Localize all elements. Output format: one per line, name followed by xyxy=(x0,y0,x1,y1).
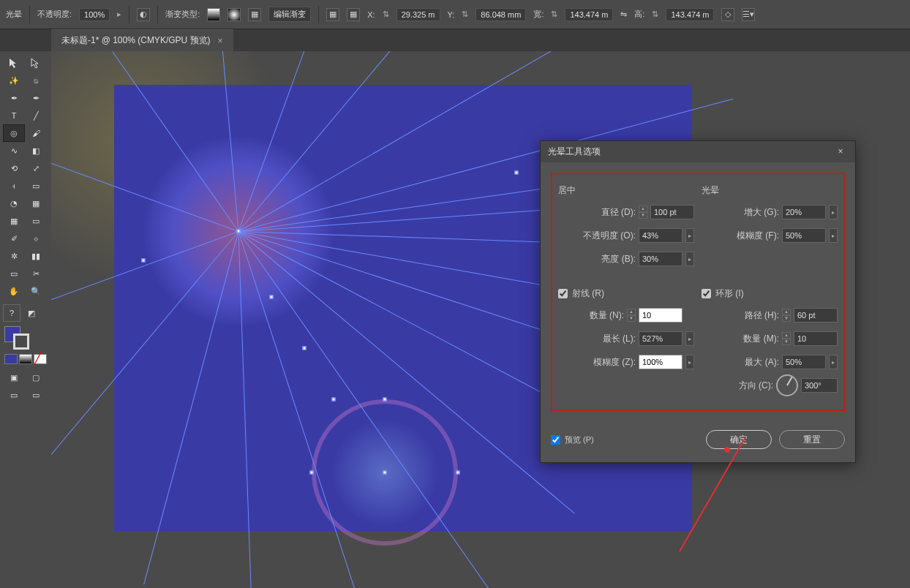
rotate-tool[interactable]: ⟲ xyxy=(3,159,25,177)
rays-checkbox[interactable] xyxy=(558,289,568,298)
rays-count-field[interactable] xyxy=(639,308,682,323)
center-opacity-dropdown[interactable]: ▸ xyxy=(685,228,694,243)
growth-field[interactable] xyxy=(782,205,826,219)
anchor-point[interactable] xyxy=(383,471,387,475)
brightness-dropdown[interactable]: ▸ xyxy=(685,252,694,266)
link-icon[interactable]: ⇋ xyxy=(620,10,627,19)
growth-dropdown[interactable]: ▸ xyxy=(829,205,838,219)
zoom-tool[interactable]: 🔍 xyxy=(25,282,47,300)
diameter-field[interactable] xyxy=(650,205,694,219)
rays-longest-field[interactable] xyxy=(639,331,682,346)
align-icon-1[interactable]: ▦ xyxy=(326,8,339,21)
gradient-tool[interactable]: ▭ xyxy=(25,212,47,230)
anchor-point[interactable] xyxy=(383,398,387,402)
line-tool[interactable]: ╱ xyxy=(25,107,47,124)
center-opacity-field[interactable] xyxy=(639,228,682,243)
artboard-tool[interactable]: ▭ xyxy=(3,265,25,282)
rings-largest-dropdown[interactable]: ▸ xyxy=(829,355,838,369)
y-value[interactable]: 86.048 mm xyxy=(475,8,526,21)
screen-mode-1[interactable]: ▣ xyxy=(3,369,25,386)
perspective-tool[interactable]: ▦ xyxy=(25,195,47,212)
preview-checkbox-label[interactable]: 预览 (P) xyxy=(551,434,594,445)
anchor-point[interactable] xyxy=(310,471,314,475)
rays-longest-dropdown[interactable]: ▸ xyxy=(685,331,694,346)
anchor-point[interactable] xyxy=(515,171,519,175)
preview-checkbox[interactable] xyxy=(551,435,560,445)
anchor-point[interactable] xyxy=(142,259,146,263)
anchor-point[interactable] xyxy=(270,295,274,299)
color-mode-swatch[interactable] xyxy=(4,354,18,364)
rays-fuzziness-field[interactable] xyxy=(639,355,682,369)
diameter-stepper[interactable]: ▲▼ xyxy=(639,206,647,219)
rays-group: 射线 (R) 数量 (N): ▲▼ 最长 (L): ▸ 模糊度 (Z): ▸ xyxy=(558,287,694,401)
symbol-sprayer-tool[interactable]: ✲ xyxy=(3,247,25,265)
column-graph-tool[interactable]: ▮▮ xyxy=(25,247,47,265)
opacity-value[interactable]: 100% xyxy=(79,8,110,21)
pen-tool[interactable]: ✒ xyxy=(3,89,25,107)
type-tool[interactable]: T xyxy=(3,107,25,124)
x-value[interactable]: 29.325 m xyxy=(396,8,440,21)
rings-largest-field[interactable] xyxy=(782,355,826,369)
close-icon[interactable]: × xyxy=(833,146,848,158)
halo-fuzziness-dropdown[interactable]: ▸ xyxy=(829,228,838,243)
selection-tool[interactable] xyxy=(3,54,25,72)
slice-tool[interactable]: ✂ xyxy=(25,265,47,282)
mesh-tool[interactable]: ▦ xyxy=(3,212,25,230)
gradient-radial-icon[interactable] xyxy=(228,8,241,21)
magic-wand-tool[interactable]: ✨ xyxy=(3,72,25,89)
rings-path-label: 路径 (H): xyxy=(745,309,779,322)
anchor-point[interactable] xyxy=(303,347,307,350)
anchor-point[interactable] xyxy=(456,471,460,475)
width-tool[interactable]: ⫞ xyxy=(3,177,25,195)
screen-mode-3[interactable]: ▭ xyxy=(3,386,25,404)
blend-tool[interactable]: ⟐ xyxy=(25,230,47,247)
anchor-point[interactable] xyxy=(332,398,336,402)
halo-fuzziness-field[interactable] xyxy=(782,228,826,243)
rings-path-stepper[interactable]: ▲▼ xyxy=(782,309,791,322)
help-button[interactable]: ? xyxy=(3,304,20,322)
rings-count-stepper[interactable]: ▲▼ xyxy=(782,332,791,345)
toggle-fill-stroke[interactable]: ◩ xyxy=(20,304,42,322)
gradient-linear-icon[interactable] xyxy=(207,8,220,21)
screen-mode-4[interactable]: ▭ xyxy=(25,386,47,404)
gradient-mode-swatch[interactable] xyxy=(19,354,32,364)
w-value[interactable]: 143.474 m xyxy=(565,8,613,21)
stroke-swatch[interactable] xyxy=(13,333,29,350)
curvature-tool[interactable]: ✒ xyxy=(25,89,47,107)
close-icon[interactable]: × xyxy=(218,36,223,46)
gradient-freeform-icon[interactable]: ▦ xyxy=(248,8,261,21)
rings-path-field[interactable] xyxy=(794,308,838,323)
h-value[interactable]: 143.474 m xyxy=(666,8,714,21)
tool-options-bar: 光晕 不透明度: 100% ▸ ◐ 渐变类型: ▦ 编辑渐变 ▦ ▦ X: ⇅ … xyxy=(0,0,910,29)
direct-selection-tool[interactable] xyxy=(25,54,47,72)
flare-tool[interactable]: ◎ xyxy=(3,124,25,142)
shape-builder-tool[interactable]: ◔ xyxy=(3,195,25,212)
eyedropper-tool[interactable]: ✐ xyxy=(3,230,25,247)
direction-dial[interactable] xyxy=(776,374,798,396)
lasso-tool[interactable]: ⍉ xyxy=(25,72,47,89)
rings-count-field[interactable] xyxy=(794,331,838,346)
shaper-tool[interactable]: ∿ xyxy=(3,142,25,159)
align-icon-2[interactable]: ▦ xyxy=(347,8,360,21)
rings-checkbox[interactable] xyxy=(702,289,711,298)
brightness-field[interactable] xyxy=(639,252,682,266)
document-tab[interactable]: 未标题-1* @ 100% (CMYK/GPU 预览) × xyxy=(51,29,233,51)
more-icon[interactable]: ☰▾ xyxy=(742,8,755,21)
shape-icon[interactable]: ◇ xyxy=(721,8,734,21)
reset-button[interactable]: 重置 xyxy=(779,430,845,449)
rings-largest-label: 最大 (A): xyxy=(745,356,779,369)
style-icon[interactable]: ◐ xyxy=(137,8,150,21)
edit-gradient-button[interactable]: 编辑渐变 xyxy=(268,7,311,22)
anchor-point[interactable] xyxy=(237,230,241,233)
eraser-tool[interactable]: ◧ xyxy=(25,142,47,159)
rays-count-stepper[interactable]: ▲▼ xyxy=(627,309,636,322)
scale-tool[interactable]: ⤢ xyxy=(25,159,47,177)
screen-mode-2[interactable]: ▢ xyxy=(25,369,47,386)
paintbrush-tool[interactable]: 🖌 xyxy=(25,124,47,142)
free-transform-tool[interactable]: ▭ xyxy=(25,177,47,195)
rays-fuzziness-dropdown[interactable]: ▸ xyxy=(685,355,694,369)
dialog-titlebar[interactable]: 光晕工具选项 × xyxy=(541,141,855,162)
rings-direction-field[interactable] xyxy=(801,378,838,393)
none-mode-swatch[interactable]: ╱ xyxy=(34,354,47,364)
hand-tool[interactable]: ✋ xyxy=(3,282,25,300)
